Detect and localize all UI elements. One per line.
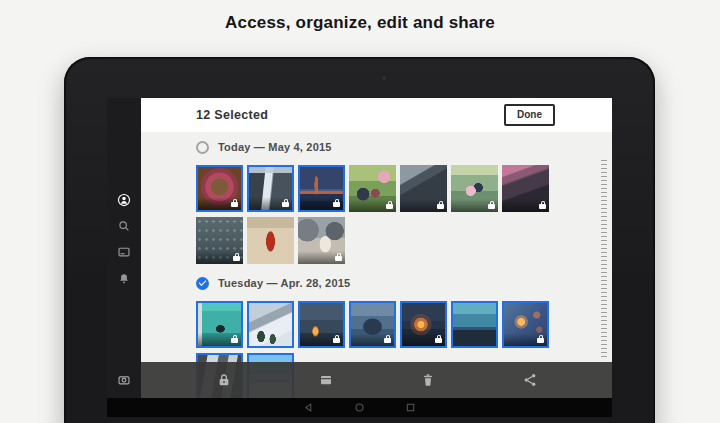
photo-thumbnail-girlcars[interactable] <box>298 217 345 264</box>
lock-badge-icon <box>437 204 444 209</box>
lock-badge-icon <box>384 338 391 343</box>
search-icon[interactable] <box>117 219 131 233</box>
lock-badge-icon <box>488 204 495 209</box>
lock-badge-icon <box>537 338 544 343</box>
photo-grid <box>196 165 549 264</box>
lock-badge-icon <box>435 338 442 343</box>
camera-icon[interactable] <box>117 373 131 387</box>
photo-thumbnail-campfire[interactable] <box>298 301 345 348</box>
recents-icon[interactable] <box>405 402 416 413</box>
action-toolbar <box>141 362 612 398</box>
section-checkbox-tuesday[interactable] <box>196 277 209 290</box>
back-icon[interactable] <box>303 402 314 413</box>
front-camera-dot <box>382 76 386 80</box>
photo-thumbnail-kids[interactable] <box>349 165 396 212</box>
home-icon[interactable] <box>354 402 365 413</box>
done-button[interactable]: Done <box>504 104 555 126</box>
photo-content: Today — May 4, 2015Tuesday — Apr. 28, 20… <box>141 132 612 398</box>
photo-thumbnail-birdhouse[interactable] <box>196 301 243 348</box>
android-navbar <box>107 398 612 417</box>
lock-badge-icon <box>335 256 342 261</box>
photo-thumbnail-sunsetpeak[interactable] <box>502 165 549 212</box>
photo-thumbnail-bridge[interactable] <box>298 165 345 212</box>
photo-thumbnail-rain[interactable] <box>196 217 243 264</box>
lock-badge-icon <box>282 202 289 207</box>
photo-thumbnail-halfdome[interactable] <box>400 165 447 212</box>
photo-thumbnail-matterhorn[interactable] <box>349 301 396 348</box>
photo-thumbnail-reddress[interactable] <box>247 217 294 264</box>
photo-thumbnail-waterfall[interactable] <box>247 165 294 212</box>
photo-thumbnail-friends[interactable] <box>451 165 498 212</box>
selection-header: 12 Selected Done <box>141 98 612 132</box>
photo-thumbnail-wreath[interactable] <box>196 165 243 212</box>
albums-icon[interactable] <box>318 372 334 388</box>
lock-badge-icon <box>231 202 238 207</box>
photo-thumbnail-aurora[interactable] <box>451 301 498 348</box>
section-checkbox-today[interactable] <box>196 141 209 154</box>
page-title: Access, organize, edit and share <box>0 13 720 33</box>
tablet-device: 12 Selected Done Today — May 4, 2015Tues… <box>64 57 655 423</box>
section-date-label: Today — May 4, 2015 <box>218 141 332 153</box>
lock-icon[interactable] <box>216 372 232 388</box>
photo-thumbnail-snowpines[interactable] <box>247 301 294 348</box>
app-screen: 12 Selected Done Today — May 4, 2015Tues… <box>107 98 612 417</box>
share-icon[interactable] <box>522 372 538 388</box>
lock-badge-icon <box>233 256 240 261</box>
scrollbar-indicator[interactable] <box>601 160 607 360</box>
trash-icon[interactable] <box>420 372 436 388</box>
sidebar <box>107 98 141 398</box>
photostream-icon[interactable] <box>117 245 131 259</box>
selected-count-label: 12 Selected <box>196 108 268 122</box>
lock-badge-icon <box>539 204 546 209</box>
people-icon[interactable] <box>117 193 131 207</box>
notifications-icon[interactable] <box>117 272 131 286</box>
lock-badge-icon <box>231 338 238 343</box>
lock-badge-icon <box>333 338 340 343</box>
photo-thumbnail-bokeh[interactable] <box>502 301 549 348</box>
lock-badge-icon <box>333 202 340 207</box>
lock-badge-icon <box>386 204 393 209</box>
photo-thumbnail-sunsetlake[interactable] <box>400 301 447 348</box>
section-date-label: Tuesday — Apr. 28, 2015 <box>218 277 350 289</box>
photo-section-today: Today — May 4, 2015 <box>196 140 612 264</box>
